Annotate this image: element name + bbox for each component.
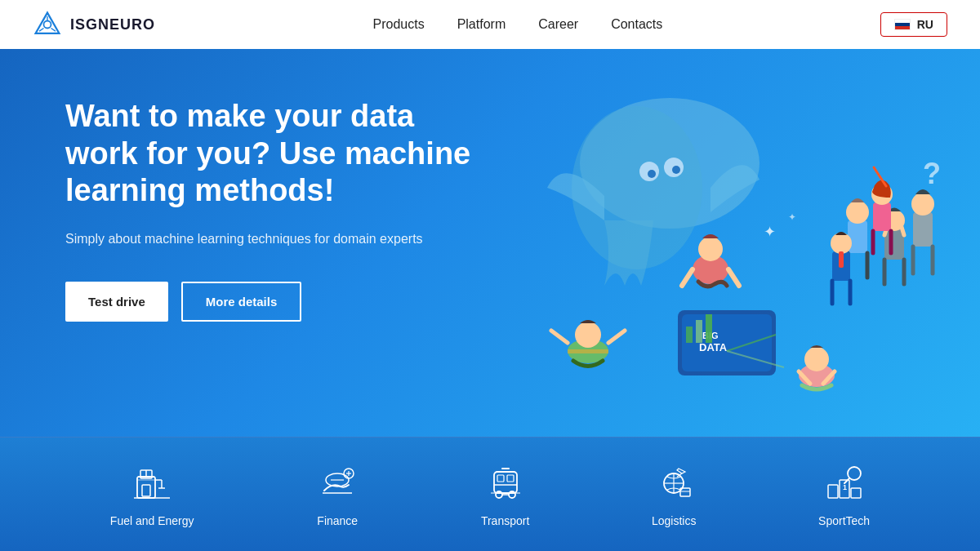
logistics-icon [653,462,695,504]
nav-platform[interactable]: Platform [457,17,506,32]
svg-text:✦: ✦ [788,211,796,223]
language-button[interactable]: RU [880,12,947,37]
hero-subtext: Simply about machine learning techniques… [65,229,474,249]
sportech-label: SportTech [818,514,870,527]
category-fuel-energy[interactable]: Fuel and Energy [110,462,194,527]
svg-rect-76 [507,475,514,482]
svg-rect-65 [142,485,150,496]
finance-icon [316,462,359,504]
svg-text:?: ? [923,157,941,190]
svg-line-3 [39,29,43,32]
category-transport[interactable]: Transport [481,462,529,527]
category-finance[interactable]: Finance [316,462,359,527]
hero-section: Want to make your data work for you? Use… [0,49,980,551]
svg-rect-26 [568,349,608,353]
header: ISGNEURO Products Platform Career Contac… [0,0,980,49]
logo-text: ISGNEURO [70,16,155,33]
svg-point-10 [672,166,680,174]
hero-heading: Want to make your data work for you? Use… [65,98,474,210]
svg-rect-89 [828,485,838,498]
nav-contacts[interactable]: Contacts [611,17,662,32]
svg-text:DATA: DATA [699,341,728,353]
svg-rect-48 [873,202,891,231]
hero-content: Want to make your data work for you? Use… [0,49,980,437]
hero-left: Want to make your data work for you? Use… [65,98,474,420]
svg-rect-15 [686,327,693,343]
nav-career[interactable]: Career [538,17,578,32]
svg-rect-52 [913,212,933,247]
test-drive-button[interactable]: Test drive [65,282,168,322]
fuel-energy-label: Fuel and Energy [110,514,194,527]
logo-icon [33,10,62,39]
svg-point-53 [911,193,934,216]
svg-rect-45 [839,251,844,268]
svg-line-27 [551,331,568,343]
nav-products[interactable]: Products [373,17,425,32]
logistics-label: Logistics [652,514,696,527]
categories-bar: Fuel and Energy Finance [0,437,980,551]
svg-line-28 [608,331,625,343]
svg-rect-37 [884,229,904,260]
language-label: RU [917,18,933,31]
category-logistics[interactable]: Logistics [652,462,696,527]
svg-line-22 [682,269,693,286]
svg-rect-91 [851,488,861,498]
transport-icon [484,462,527,504]
logo[interactable]: ISGNEURO [33,10,155,39]
transport-label: Transport [481,514,529,527]
svg-rect-17 [706,314,712,343]
more-details-button[interactable]: More details [181,282,302,322]
svg-marker-0 [36,13,60,33]
category-sportech[interactable]: 1 SportTech [818,462,870,527]
fuel-energy-icon [131,462,173,504]
svg-point-44 [831,233,852,254]
hero-buttons: Test drive More details [65,282,474,322]
svg-point-21 [698,237,723,261]
ru-flag-icon [894,19,911,30]
svg-rect-16 [696,320,702,343]
svg-point-9 [648,170,656,178]
svg-rect-75 [497,475,504,482]
svg-text:✦: ✦ [764,224,776,240]
svg-text:1: 1 [843,483,847,491]
main-nav: Products Platform Career Contacts [373,17,663,32]
svg-point-25 [575,322,601,348]
svg-line-4 [51,29,56,32]
finance-label: Finance [317,514,358,527]
svg-point-34 [846,201,869,224]
sportech-icon: 1 [823,462,866,504]
svg-line-23 [728,269,739,286]
svg-rect-33 [848,220,867,253]
svg-point-30 [804,347,829,371]
hero-illustration: BIG DATA [441,57,947,441]
svg-point-1 [44,21,51,29]
